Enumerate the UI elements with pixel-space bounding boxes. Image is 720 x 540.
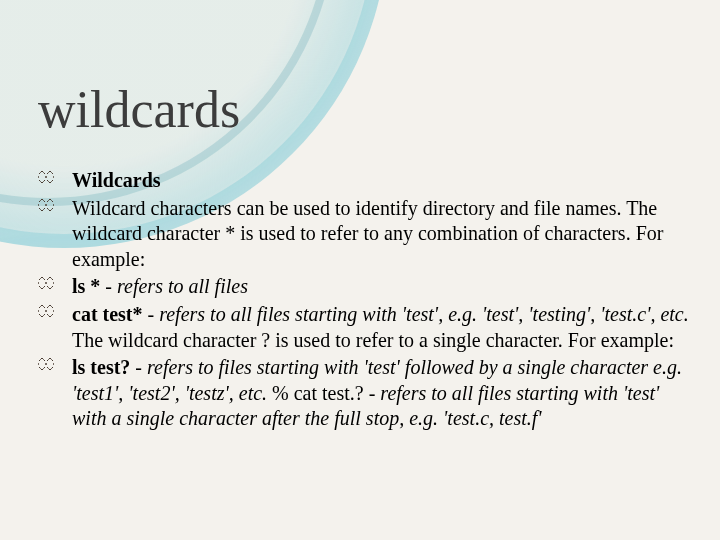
bullet-item: ls * - refers to all files <box>38 274 690 300</box>
slide: wildcards Wildcards Wildcard characters … <box>0 0 720 540</box>
bullet-text: The wildcard character ? is used to refe… <box>72 329 674 351</box>
bullet-text: Wildcard characters can be used to ident… <box>72 197 663 270</box>
bullet-item: Wildcard characters can be used to ident… <box>38 196 690 273</box>
bullet-sep: - <box>105 275 117 297</box>
bullet-list: Wildcards Wildcard characters can be use… <box>38 168 690 432</box>
bullet-item: ls test? - refers to files starting with… <box>38 355 690 432</box>
bullet-cmd: ls * <box>72 275 100 297</box>
bullet-sep: - <box>148 303 160 325</box>
bullet-sep: - <box>135 356 147 378</box>
bullet-text: % cat test.? - <box>272 382 380 404</box>
slide-body: Wildcards Wildcard characters can be use… <box>38 168 690 434</box>
bullet-heading: Wildcards <box>72 169 161 191</box>
bullet-italic: refers to all files <box>117 275 248 297</box>
bullet-item: cat test* - refers to all files starting… <box>38 302 690 353</box>
bullet-cmd: ls test? <box>72 356 130 378</box>
bullet-cmd: cat test* <box>72 303 143 325</box>
slide-title: wildcards <box>38 80 240 139</box>
bullet-italic: refers to all files starting with 'test'… <box>159 303 689 325</box>
bullet-item: Wildcards <box>38 168 690 194</box>
